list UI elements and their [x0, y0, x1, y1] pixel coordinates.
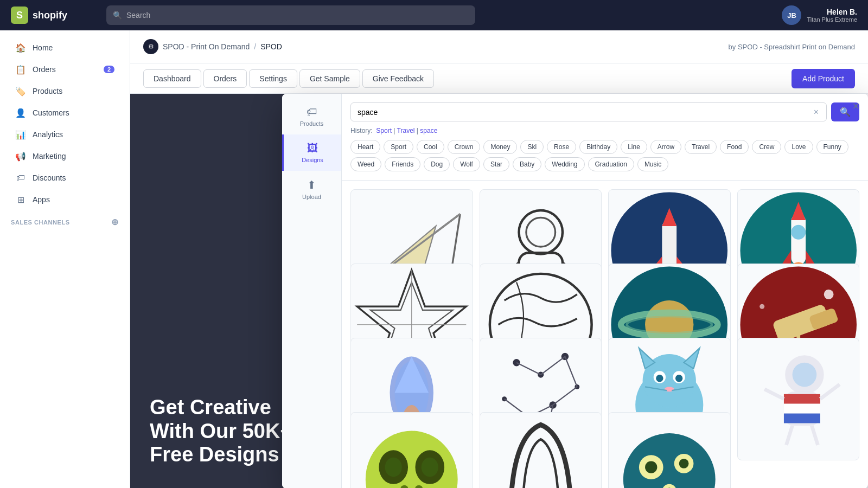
tag-rose[interactable]: Rose	[547, 140, 576, 154]
tag-arrow[interactable]: Arrow	[650, 140, 681, 154]
modal-nav-label: Upload	[302, 194, 321, 200]
tag-crown[interactable]: Crown	[448, 140, 481, 154]
svg-line-90	[812, 426, 818, 445]
svg-point-77	[675, 375, 682, 382]
analytics-icon: 📊	[15, 129, 26, 140]
tag-baby[interactable]: Baby	[513, 157, 541, 171]
sidebar-item-marketing[interactable]: 📢 Marketing	[4, 145, 125, 167]
tag-graduation[interactable]: Graduation	[588, 157, 634, 171]
orders-badge: 2	[104, 66, 114, 73]
sidebar-item-orders[interactable]: 📋 Orders 2	[4, 59, 125, 80]
modal-nav-upload[interactable]: ⬆ Upload	[282, 171, 341, 208]
tag-love[interactable]: Love	[784, 140, 813, 154]
tab-get-sample[interactable]: Get Sample	[299, 69, 360, 88]
breadcrumb-parent[interactable]: SPOD - Print On Demand	[163, 42, 250, 51]
svg-point-91	[366, 431, 458, 488]
svg-line-65	[553, 387, 577, 405]
svg-point-7	[526, 217, 555, 247]
svg-line-89	[786, 426, 792, 445]
main-layout: 🏠 Home 📋 Orders 2 🏷️ Products 👤 Customer…	[0, 30, 868, 488]
tag-birthday[interactable]: Birthday	[579, 140, 617, 154]
tag-grid: HeartSportCoolCrownMoneySkiRoseBirthdayL…	[350, 140, 859, 171]
modal-nav-products[interactable]: 🏷 Products	[282, 98, 341, 134]
add-product-button[interactable]: Add Product	[792, 69, 855, 88]
svg-point-102	[645, 461, 657, 473]
sidebar-item-label: Products	[33, 87, 62, 95]
tab-dashboard[interactable]: Dashboard	[143, 69, 201, 88]
app-icon: ⚙	[143, 39, 158, 54]
sidebar-item-label: Discounts	[33, 174, 66, 182]
tab-bar: Dashboard Orders Settings Get Sample Giv…	[130, 63, 868, 94]
modal-products-icon: 🏷	[307, 106, 317, 118]
search-row: × 🔍	[350, 102, 859, 121]
tab-give-feedback[interactable]: Give Feedback	[362, 69, 434, 88]
tag-wedding[interactable]: Wedding	[545, 157, 584, 171]
sidebar-item-products[interactable]: 🏷️ Products	[4, 80, 125, 102]
modal-close-button[interactable]: ×	[852, 100, 859, 112]
tag-heart[interactable]: Heart	[350, 140, 380, 154]
modal-nav-designs[interactable]: 🖼 Designs	[282, 134, 341, 171]
tag-dog[interactable]: Dog	[424, 157, 450, 171]
tag-ski[interactable]: Ski	[520, 140, 544, 154]
tag-travel[interactable]: Travel	[685, 140, 717, 154]
tag-crew[interactable]: Crew	[752, 140, 781, 154]
design-search-input[interactable]	[355, 104, 810, 121]
sidebar-item-apps[interactable]: ⊞ Apps	[4, 189, 125, 210]
svg-point-76	[656, 375, 663, 382]
sidebar-item-home[interactable]: 🏠 Home	[4, 37, 125, 59]
svg-point-95	[422, 458, 438, 477]
svg-line-88	[820, 384, 839, 399]
history-link-sport[interactable]: Sport	[376, 127, 392, 134]
history-link-travel[interactable]: Travel	[397, 127, 415, 134]
tag-wolf[interactable]: Wolf	[453, 157, 480, 171]
sidebar-item-discounts[interactable]: 🏷 Discounts	[4, 167, 125, 189]
design-item-15[interactable]	[608, 412, 731, 488]
sidebar-item-label: Home	[33, 43, 53, 52]
tag-line[interactable]: Line	[621, 140, 647, 154]
content-area: ⚙ SPOD - Print On Demand / SPOD by SPOD …	[130, 30, 868, 488]
svg-rect-85	[783, 404, 820, 414]
top-navigation: S shopify 🔍 JB Helen B. Titan Plus Extre…	[0, 0, 868, 30]
design-item-12[interactable]	[737, 338, 860, 460]
tag-funny[interactable]: Funny	[816, 140, 848, 154]
tag-friends[interactable]: Friends	[385, 157, 420, 171]
modal-designs-icon: 🖼	[307, 142, 318, 155]
tag-music[interactable]: Music	[637, 157, 668, 171]
search-input-wrapper[interactable]: ×	[350, 102, 827, 121]
avatar[interactable]: JB	[782, 5, 801, 25]
sidebar-item-customers[interactable]: 👤 Customers	[4, 102, 125, 124]
logo-area: S shopify	[11, 7, 98, 24]
tab-settings[interactable]: Settings	[249, 69, 297, 88]
user-area: JB Helen B. Titan Plus Extreme	[782, 5, 857, 25]
svg-line-62	[516, 363, 541, 375]
tag-money[interactable]: Money	[483, 140, 517, 154]
history-link-space[interactable]: space	[420, 127, 437, 134]
home-icon: 🏠	[15, 42, 26, 53]
modal-nav-label: Products	[300, 120, 323, 127]
search-clear-button[interactable]: ×	[810, 107, 822, 117]
sidebar-item-label: Analytics	[33, 130, 63, 139]
tag-cool[interactable]: Cool	[417, 140, 444, 154]
design-search-section: × 🔍 History: Sport | Travel | space Hear…	[342, 94, 868, 181]
search-input[interactable]	[126, 11, 469, 20]
tab-orders[interactable]: Orders	[203, 69, 247, 88]
tag-food[interactable]: Food	[720, 140, 749, 154]
app-header: ⚙ SPOD - Print On Demand / SPOD by SPOD …	[130, 30, 868, 63]
sidebar-item-analytics[interactable]: 📊 Analytics	[4, 124, 125, 145]
breadcrumb-separator: /	[254, 42, 256, 51]
user-name: Helen B.	[807, 8, 857, 16]
design-grid	[342, 181, 868, 488]
search-icon: 🔍	[113, 11, 122, 20]
breadcrumb-current: SPOD	[260, 42, 282, 51]
design-item-13[interactable]	[350, 412, 473, 488]
tag-sport[interactable]: Sport	[384, 140, 413, 154]
tag-star[interactable]: Star	[483, 157, 509, 171]
svg-point-25	[791, 225, 806, 240]
sidebar-item-label: Orders	[33, 65, 56, 74]
logo-text: shopify	[33, 10, 67, 21]
add-channel-icon[interactable]: ⊕	[111, 217, 119, 227]
search-bar[interactable]: 🔍	[106, 5, 475, 25]
tag-weed[interactable]: Weed	[350, 157, 381, 171]
svg-line-64	[565, 357, 577, 387]
design-item-14[interactable]	[480, 412, 602, 488]
